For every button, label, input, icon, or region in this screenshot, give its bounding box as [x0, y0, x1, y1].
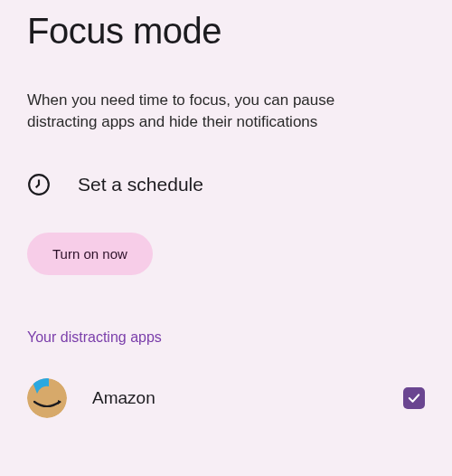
distracting-apps-header: Your distracting apps: [27, 329, 425, 346]
app-checkbox-amazon[interactable]: [403, 387, 425, 409]
page-description: When you need time to focus, you can pau…: [27, 90, 407, 133]
clock-icon: [27, 173, 51, 196]
turn-on-now-button[interactable]: Turn on now: [27, 233, 153, 275]
set-schedule-label: Set a schedule: [78, 174, 203, 195]
check-icon: [406, 390, 422, 406]
amazon-icon: [27, 378, 67, 418]
app-label: Amazon: [92, 388, 155, 408]
app-row-amazon[interactable]: Amazon: [27, 378, 425, 418]
set-schedule-row[interactable]: Set a schedule: [27, 173, 425, 196]
page-title: Focus mode: [27, 11, 425, 52]
